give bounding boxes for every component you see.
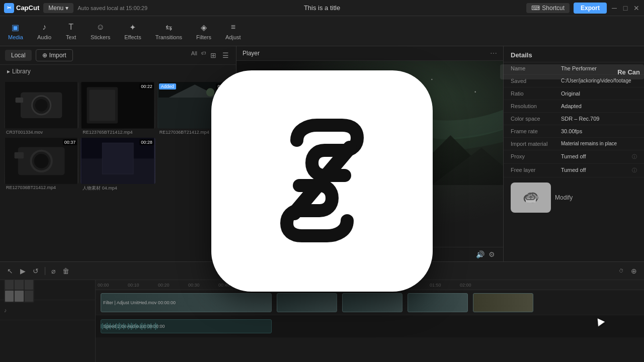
cloud-section: Modify [511,183,637,213]
media-grid: CR3T001334.mov 00:22 RE123765BT21412.mp4 [0,78,236,197]
main-clip-label: Filter | Adjust UnitHed.mov 00:00:00 [101,300,178,305]
cursor-tool-button[interactable]: ↖ [5,266,15,276]
main-clip[interactable]: Filter | Adjust UnitHed.mov 00:00:00 [101,293,272,312]
toolbar-text[interactable]: T Text [65,22,76,40]
colorspace-label: Color space [511,116,561,122]
ruler-1: 00:10 [128,283,158,288]
media-thumb-1[interactable]: 00:22 [80,82,155,129]
media-item-3[interactable]: 00:37 RE127036BT21412.mp4 [4,138,78,193]
triangle-icon: ▸ [7,68,10,75]
play-button[interactable]: ▶ [18,266,28,276]
svg-rect-19 [103,143,134,174]
panel-header: Local ⊕ Import All 🏷 ⊞ ☰ [0,46,236,65]
timeline-time: ⏱ [619,268,624,274]
detail-resolution: Resolution Adapted [504,100,644,113]
close-button[interactable]: ✕ [633,5,640,12]
menu-button[interactable]: Menu ▾ [43,3,73,13]
zoom-in-button[interactable]: ⊕ [629,266,639,276]
grid-cell-3 [25,280,33,290]
filters-icon: ◈ [198,22,209,33]
transitions-icon: ⇆ [163,22,174,33]
volume-button[interactable]: 🔊 [474,249,487,259]
media-item-0[interactable]: CR3T001334.mov [4,82,78,136]
toolbar: ▣ Media ♪ Audio T Text ☺ Stickers ✦ Effe… [0,16,644,46]
media-thumb-4[interactable]: 00:28 [80,138,155,185]
ruler-3: 00:30 [188,283,218,288]
app-name: CapCut [16,4,39,12]
minimize-button[interactable]: ─ [611,5,618,12]
media-item-4[interactable]: 00:28 人物素材 04.mp4 [80,138,155,193]
document-title: This is a title [304,4,340,12]
toolbar-adjust[interactable]: ≡ Adjust [225,22,241,40]
list-view-button[interactable]: ☰ [220,50,231,60]
media-label-3: RE127036BT21412.mp4 [4,184,78,191]
loop-button[interactable]: ↺ [31,266,41,276]
free-layer-value: Turned off [561,167,630,173]
toolbar-effects[interactable]: ✦ Effects [124,22,141,40]
detail-free-layer: Free layer Turned off ⓘ [504,164,644,177]
timeline-content: 00:00 00:10 00:20 00:30 00:40 00:50 01:0… [96,280,644,362]
svg-rect-48 [120,324,121,329]
svg-rect-44 [114,325,115,328]
svg-point-27 [431,79,432,80]
split-button[interactable]: ⌀ [49,266,57,276]
player-title: Player [243,50,260,57]
svg-rect-56 [132,324,133,329]
local-button[interactable]: Local [5,50,32,61]
detail-proxy: Proxy Turned off ⓘ [504,150,644,164]
colorspace-value: SDR – Rec.709 [561,116,637,122]
free-layer-info-icon[interactable]: ⓘ [632,167,637,174]
toolbar-filters[interactable]: ◈ Filters [196,22,211,40]
library-label: Library [12,68,31,75]
svg-marker-31 [432,148,503,185]
resolution-label: Resolution [511,103,561,109]
cloud-button[interactable] [511,183,551,213]
media-item-1[interactable]: 00:22 RE123765BT21412.mp4 [80,82,155,136]
svg-rect-51 [125,324,126,328]
svg-rect-41 [110,323,111,329]
view-buttons: All 🏷 ⊞ ☰ [191,50,231,60]
transitions-label: Transitions [155,34,182,40]
svg-rect-47 [119,323,120,330]
shortcut-button[interactable]: ⌨ Shortcut [526,3,570,13]
clip-5[interactable] [473,293,533,312]
video-track-content: Filter | Adjust UnitHed.mov 00:00:00 [96,290,644,315]
audio-track-content: Speed 2.0x Audio.axt 00:00:00 [96,315,644,337]
separator-1 [45,267,45,275]
media-thumb-3[interactable]: 00:37 [4,138,78,185]
svg-rect-72 [156,324,157,329]
import-icon: ⊕ [42,52,47,59]
library-item[interactable]: ▸ Library [5,67,231,76]
capcut-splash-overlay [211,70,433,292]
clip-3[interactable] [342,293,403,312]
svg-point-3 [35,99,48,112]
recan-label: Re Can [617,68,640,76]
export-button[interactable]: Export [574,3,607,14]
svg-rect-58 [135,323,136,329]
svg-rect-7 [90,89,116,121]
proxy-info-icon[interactable]: ⓘ [632,153,637,160]
grid-view-button[interactable]: ⊞ [208,50,218,60]
recan-area: Re Can [500,64,644,79]
toolbar-audio[interactable]: ♪ Audio [37,22,51,40]
clip-2[interactable] [277,293,337,312]
clip-4[interactable] [408,293,468,312]
media-thumb-0[interactable] [4,82,78,129]
svg-rect-52 [126,325,127,327]
maximize-button[interactable]: □ [622,5,629,12]
titlebar-left: ✂ CapCut Menu ▾ Auto saved local at 15:0… [4,3,147,13]
details-header: Details [504,46,644,62]
delete-button[interactable]: 🗑 [60,266,71,276]
toolbar-transitions[interactable]: ⇆ Transitions [155,22,182,40]
modify-button[interactable]: Modify [555,194,573,201]
import-button[interactable]: ⊕ Import [36,49,73,61]
window-controls: ─ □ ✕ [611,5,640,12]
framerate-value: 30.00fps [561,128,637,134]
library-tree: ▸ Library [0,65,236,78]
titlebar: ✂ CapCut Menu ▾ Auto saved local at 15:0… [0,0,644,16]
settings-button[interactable]: ⚙ [487,249,497,259]
svg-rect-66 [147,324,148,329]
toolbar-media[interactable]: ▣ Media [8,22,23,40]
toolbar-stickers[interactable]: ☺ Stickers [91,22,110,40]
ruler-2: 00:20 [158,283,188,288]
